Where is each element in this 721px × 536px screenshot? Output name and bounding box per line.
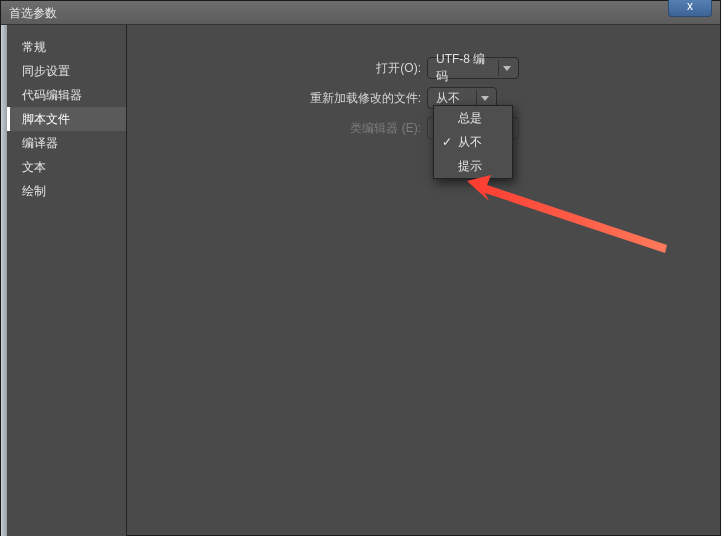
check-icon: ✓ xyxy=(440,130,454,154)
reload-option-prompt[interactable]: 提示 xyxy=(434,154,512,178)
class-editor-label: 类编辑器 (E): xyxy=(127,120,427,137)
preferences-sidebar: 常规 同步设置 代码编辑器 脚本文件 编译器 文本 绘制 xyxy=(7,25,127,536)
sidebar-item-script-file[interactable]: 脚本文件 xyxy=(7,107,126,131)
open-label: 打开(O): xyxy=(127,60,427,77)
window-title: 首选参数 xyxy=(9,6,57,20)
sidebar-item-label: 文本 xyxy=(22,160,46,174)
open-select[interactable]: UTF-8 编码 xyxy=(427,57,519,79)
open-select-value: UTF-8 编码 xyxy=(436,51,492,85)
option-label: 提示 xyxy=(458,159,482,173)
title-bar: 首选参数 x xyxy=(1,1,720,25)
preferences-content: 打开(O): UTF-8 编码 重新加载修改的文件: 从不 类编辑器 (E): xyxy=(127,25,720,536)
reload-label: 重新加载修改的文件: xyxy=(127,90,427,107)
reload-dropdown: 总是 ✓ 从不 提示 xyxy=(433,105,513,179)
option-label: 总是 xyxy=(458,111,482,125)
row-open: 打开(O): UTF-8 编码 xyxy=(127,53,720,83)
reload-option-always[interactable]: 总是 xyxy=(434,106,512,130)
sidebar-item-code-editor[interactable]: 代码编辑器 xyxy=(7,83,126,107)
row-reload: 重新加载修改的文件: 从不 xyxy=(127,83,720,113)
sidebar-item-draw[interactable]: 绘制 xyxy=(7,179,126,203)
close-button[interactable]: x xyxy=(668,0,712,17)
sidebar-item-label: 编译器 xyxy=(22,136,58,150)
svg-marker-0 xyxy=(467,175,667,253)
reload-select-value: 从不 xyxy=(436,90,470,107)
sidebar-item-label: 绘制 xyxy=(22,184,46,198)
sidebar-item-text[interactable]: 文本 xyxy=(7,155,126,179)
close-icon: x xyxy=(687,0,693,13)
dropdown-arrow-icon xyxy=(476,90,492,106)
annotation-arrow-icon xyxy=(467,175,687,265)
option-label: 从不 xyxy=(458,135,482,149)
sidebar-item-label: 代码编辑器 xyxy=(22,88,82,102)
reload-option-never[interactable]: ✓ 从不 xyxy=(434,130,512,154)
sidebar-item-compiler[interactable]: 编译器 xyxy=(7,131,126,155)
dropdown-arrow-icon xyxy=(498,60,514,76)
sidebar-item-label: 同步设置 xyxy=(22,64,70,78)
sidebar-item-label: 脚本文件 xyxy=(22,112,70,126)
sidebar-item-general[interactable]: 常规 xyxy=(7,35,126,59)
row-class-editor: 类编辑器 (E): xyxy=(127,113,720,143)
preferences-window: 首选参数 x 常规 同步设置 代码编辑器 脚本文件 编译 xyxy=(0,0,721,536)
sidebar-item-sync-settings[interactable]: 同步设置 xyxy=(7,59,126,83)
sidebar-item-label: 常规 xyxy=(22,40,46,54)
